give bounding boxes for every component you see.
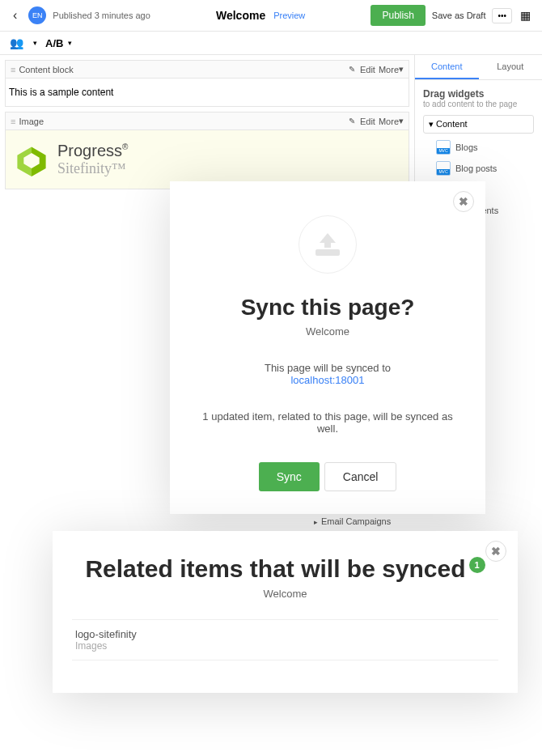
related-title: Related items that will be synced1 xyxy=(72,555,498,583)
edit-action[interactable]: Edit xyxy=(360,65,375,74)
related-item-name: logo-sitefinity xyxy=(75,628,495,640)
close-icon[interactable]: ✖ xyxy=(453,191,474,212)
image-widget[interactable]: ≡ Image ✎ Edit More ▾ Progress® Sitefini… xyxy=(5,112,409,189)
related-item-type: Images xyxy=(75,640,495,652)
ab-caret-icon[interactable]: ▾ xyxy=(68,39,72,47)
widget-title: Image xyxy=(19,117,44,126)
sync-dialog: ✖ Sync this page? Welcome This page will… xyxy=(170,181,485,514)
related-items-dialog: ✖ Related items that will be synced1 Wel… xyxy=(53,531,518,693)
audience-caret-icon[interactable]: ▾ xyxy=(33,39,37,47)
tab-content[interactable]: Content xyxy=(415,55,479,79)
mvc-icon xyxy=(436,161,451,176)
back-button[interactable]: ‹ xyxy=(8,8,22,23)
sync-page-name: Welcome xyxy=(193,325,463,338)
widget-item-blogs[interactable]: Blogs xyxy=(423,137,534,158)
pencil-icon: ✎ xyxy=(349,65,355,74)
widget-item-blog-posts[interactable]: Blog posts xyxy=(423,158,534,179)
drag-subheading: to add content to the page xyxy=(423,100,534,108)
top-toolbar: ‹ EN Published 3 minutes ago Welcome Pre… xyxy=(0,0,542,32)
image-widget-body: Progress® Sitefinity™ xyxy=(6,130,409,189)
upload-icon xyxy=(299,215,357,274)
drag-heading: Drag widgets xyxy=(423,88,534,100)
publish-status: Published 3 minutes ago xyxy=(53,11,150,20)
secondary-toolbar: 👥 ▾ A/B ▾ xyxy=(0,32,542,55)
drag-handle-icon[interactable]: ≡ xyxy=(11,65,15,74)
related-page-name: Welcome xyxy=(72,588,498,600)
category-content[interactable]: ▾ Content xyxy=(423,115,534,134)
drag-handle-icon[interactable]: ≡ xyxy=(11,117,15,126)
edit-action[interactable]: Edit xyxy=(360,117,375,126)
sync-description: This page will be synced to xyxy=(193,362,463,374)
content-block-widget[interactable]: ≡ Content block ✎ Edit More ▾ This is a … xyxy=(5,60,409,107)
more-caret-icon[interactable]: ▾ xyxy=(399,116,404,126)
sync-related-text: 1 updated item, related to this page, wi… xyxy=(193,410,463,435)
logo-text-progress: Progress® xyxy=(57,142,128,160)
audience-icon[interactable]: 👥 xyxy=(10,36,23,49)
more-action[interactable]: More xyxy=(379,65,399,74)
more-actions-button[interactable]: ••• xyxy=(492,8,512,23)
pencil-icon: ✎ xyxy=(349,117,355,125)
publish-button[interactable]: Publish xyxy=(371,5,425,26)
mvc-icon xyxy=(436,140,451,155)
count-badge: 1 xyxy=(469,557,485,573)
more-action[interactable]: More xyxy=(379,117,399,126)
logo-text-sitefinity: Sitefinity™ xyxy=(57,160,128,177)
close-icon[interactable]: ✖ xyxy=(485,541,506,562)
ab-test-button[interactable]: A/B xyxy=(45,37,63,49)
sitefinity-logo-icon xyxy=(14,142,49,177)
related-item-row[interactable]: logo-sitefinity Images xyxy=(72,619,498,660)
sync-button[interactable]: Sync xyxy=(259,462,320,491)
sync-title: Sync this page? xyxy=(193,295,463,321)
dashboard-grid-icon[interactable]: ▦ xyxy=(517,6,534,24)
cancel-button[interactable]: Cancel xyxy=(324,462,397,491)
preview-link[interactable]: Preview xyxy=(273,11,305,20)
page-title: Welcome xyxy=(216,9,265,22)
category-email-campaigns[interactable]: Email Campaigns xyxy=(314,515,391,528)
language-badge[interactable]: EN xyxy=(28,6,46,24)
widget-title: Content block xyxy=(19,65,73,74)
sidebar-ghost: Email Campaigns xyxy=(314,515,391,528)
tab-layout[interactable]: Layout xyxy=(479,55,543,79)
save-draft-button[interactable]: Save as Draft xyxy=(432,11,486,20)
more-caret-icon[interactable]: ▾ xyxy=(399,64,404,74)
sync-host-link[interactable]: localhost:18001 xyxy=(193,374,463,386)
content-block-body: This is a sample content xyxy=(6,79,409,106)
